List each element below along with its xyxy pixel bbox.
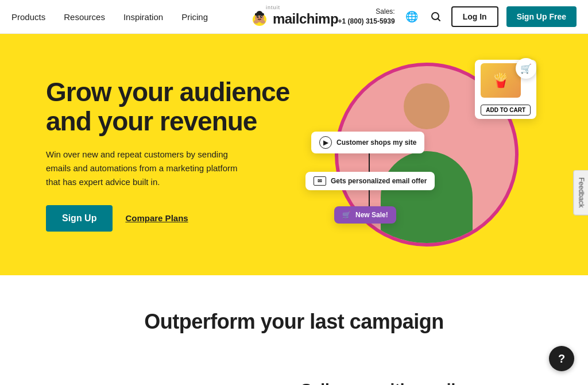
automation-title: Sell more with email automations [301,380,542,385]
hero-illustration: 🛒 🍟 ADD TO CART ▶ Customer shops my site… [300,57,554,252]
nav-link-products[interactable]: Products [11,12,45,22]
globe-icon[interactable]: 🌐 [403,8,420,25]
sales-label: Sales: [338,7,395,17]
hero-title: Grow your audience and your revenue [46,78,300,136]
sales-info: Sales: +1 (800) 315-5939 [338,7,395,26]
flow-card-email-label: Gets personalized email offer [331,177,427,185]
add-to-cart-button[interactable]: ADD TO CART [481,105,531,116]
svg-point-5 [260,16,262,18]
cart-icon: 🛒 [520,63,532,74]
cart-icon-sale: 🛒 [342,211,351,219]
flow-card-email: ✉ Gets personalized email offer [305,172,435,190]
nav-logo[interactable]: intuit mailchimp [250,5,338,29]
person-body [381,151,473,243]
nav-link-pricing[interactable]: Pricing [181,12,208,22]
help-bubble[interactable]: ? [549,346,574,371]
hero-signup-button[interactable]: Sign Up [46,205,113,232]
flow-card-shop-label: Customer shops my site [336,138,416,147]
svg-line-13 [438,19,440,21]
hero-actions: Sign Up Compare Plans [46,205,300,232]
flow-card-sale: 🛒 New Sale! [334,206,396,224]
hero-content: Grow your audience and your revenue Win … [46,78,300,231]
flow-card-sale-label: New Sale! [355,211,388,219]
svg-point-7 [261,16,262,17]
svg-point-10 [255,13,258,16]
svg-point-4 [257,16,259,18]
navbar: Products Resources Inspiration Pricing i… [0,0,588,34]
outperform-title: Outperform your last campaign [46,310,542,334]
nav-links: Products Resources Inspiration Pricing [11,12,208,22]
cart-bubble: 🛒 [516,58,536,79]
svg-point-6 [258,16,258,17]
signup-nav-button[interactable]: Sign Up Free [506,6,577,27]
email-icon: ✉ [314,176,326,186]
automation-content: Sell more with email automations Generat… [301,380,542,385]
product-image: 🍟 [481,63,521,98]
feedback-tab[interactable]: Feedback [574,170,588,215]
nav-right: Sales: +1 (800) 315-5939 🌐 Log In Sign U… [338,6,577,27]
hero-subtitle: Win over new and repeat customers by sen… [46,148,241,189]
hero-section: Grow your audience and your revenue Win … [0,34,588,275]
mailchimp-text: mailchimp [273,11,338,27]
person-head [404,83,450,129]
flow-card-shop: ▶ Customer shops my site [311,132,424,153]
compare-plans-link[interactable]: Compare Plans [125,213,188,223]
outperform-section: Outperform your last campaign [0,275,588,368]
login-button[interactable]: Log In [451,6,498,27]
sales-number: +1 (800) 315-5939 [338,17,395,26]
nav-link-resources[interactable]: Resources [64,12,105,22]
nav-link-inspiration[interactable]: Inspiration [123,12,163,22]
search-icon[interactable] [428,9,443,24]
automations-section: Sell more with email automations Generat… [0,368,588,385]
mailchimp-logo-icon [250,9,269,29]
play-icon: ▶ [319,136,332,149]
svg-point-11 [261,13,264,16]
